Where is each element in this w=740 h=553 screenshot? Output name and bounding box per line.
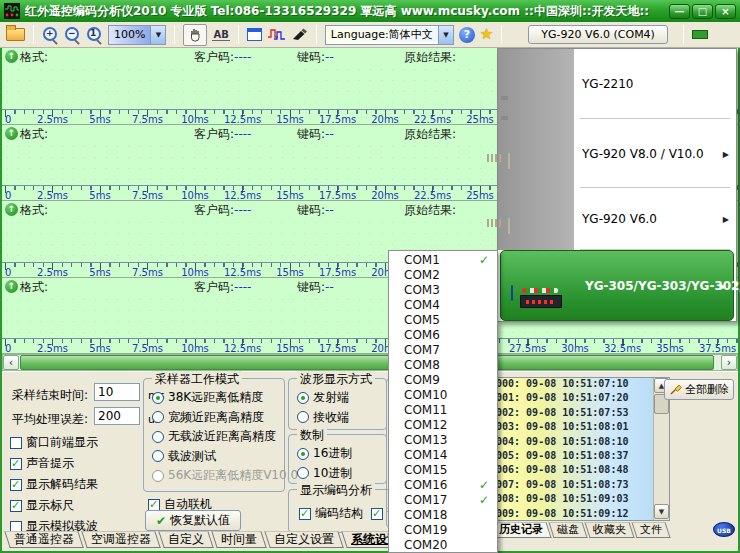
display-option-checkbox[interactable]: 显示标尺 bbox=[10, 499, 98, 512]
tick-label: 7.5ms bbox=[132, 190, 163, 201]
bottom-tab-自定义设置[interactable]: 自定义设置 bbox=[264, 531, 344, 548]
history-tab-收藏夹[interactable]: 收藏夹 bbox=[584, 522, 634, 538]
work-mode-radio[interactable]: 载波测试 bbox=[152, 450, 298, 463]
customer-code-label: 客户码: bbox=[194, 203, 234, 217]
help-icon[interactable]: ? bbox=[459, 27, 475, 43]
open-file-icon[interactable] bbox=[6, 28, 25, 41]
com-port-item[interactable]: COM13 bbox=[389, 433, 497, 448]
history-entry[interactable]: 005: 09-08 10:51:08:37 bbox=[493, 450, 653, 464]
com-port-item[interactable]: COM15 bbox=[389, 463, 497, 478]
com-port-item[interactable]: COM12 bbox=[389, 418, 497, 433]
window-title: 红外遥控编码分析仪2010 专业版 Tel:086-13316529329 覃远… bbox=[25, 3, 664, 20]
history-entry[interactable]: 006: 09-08 10:51:08:48 bbox=[493, 464, 653, 478]
com-port-item[interactable]: COM19 bbox=[389, 523, 497, 538]
language-select[interactable]: Language:简体中文 ▼ bbox=[325, 25, 454, 45]
device-menu-item-label: YG-920 V6.0 bbox=[582, 212, 657, 226]
history-entry[interactable]: 000: 09-08 10:51:07:10 bbox=[493, 378, 653, 392]
history-entry[interactable]: 002: 09-08 10:51:07:53 bbox=[493, 407, 653, 421]
close-button[interactable]: × bbox=[715, 4, 736, 19]
bottom-tab-空调遥控器[interactable]: 空调遥控器 bbox=[81, 531, 161, 548]
com-port-item[interactable]: COM3 bbox=[389, 283, 497, 298]
history-tab-磁盘[interactable]: 磁盘 bbox=[548, 522, 587, 538]
wave-display-radio[interactable]: 接收端 bbox=[297, 411, 349, 424]
zoom-level-select[interactable]: 100% ▼ bbox=[108, 25, 166, 45]
scroll-down-icon[interactable]: ▼ bbox=[654, 504, 669, 519]
chevron-down-icon[interactable]: ▼ bbox=[150, 26, 165, 44]
delete-all-button[interactable]: 全部删除 bbox=[664, 379, 734, 400]
device-image bbox=[511, 285, 513, 301]
com-port-item[interactable]: COM4 bbox=[389, 298, 497, 313]
display-option-checkbox[interactable]: 窗口前端显示 bbox=[10, 436, 98, 449]
zoom-in-icon[interactable]: + bbox=[42, 26, 59, 43]
com-port-item[interactable]: COM10 bbox=[389, 388, 497, 403]
com-port-item[interactable]: COM14 bbox=[389, 448, 497, 463]
numeral-radio[interactable]: 10进制 bbox=[297, 467, 352, 480]
history-entry[interactable]: 007: 09-08 10:51:08:73 bbox=[493, 479, 653, 493]
com-port-item[interactable]: COM18 bbox=[389, 508, 497, 523]
key-code-label: 键码: bbox=[297, 127, 325, 141]
com-port-item[interactable]: COM9 bbox=[389, 373, 497, 388]
horizontal-scrollbar[interactable]: ‹ › bbox=[2, 354, 738, 371]
com-port-item[interactable]: COM2 bbox=[389, 268, 497, 283]
measure-ab-icon[interactable]: AB bbox=[212, 29, 229, 41]
com-port-item[interactable]: COM17✓ bbox=[389, 493, 497, 508]
device-selector-button[interactable]: YG-920 V6.0 (COM4) bbox=[528, 25, 668, 44]
wave-display-radio[interactable]: 发射端 bbox=[297, 391, 349, 404]
device-menu-item[interactable]: YG-305/YG-303/YG-302/YG-301▶ bbox=[500, 250, 734, 321]
minimize-button[interactable]: — bbox=[669, 4, 690, 19]
com-port-label: COM2 bbox=[404, 268, 440, 282]
com-port-label: COM14 bbox=[404, 448, 447, 462]
radio-icon bbox=[152, 392, 164, 404]
scrollbar-thumb[interactable] bbox=[20, 355, 714, 370]
com-port-item[interactable]: COM6 bbox=[389, 328, 497, 343]
new-window-icon[interactable] bbox=[247, 28, 262, 41]
device-menu-item[interactable]: YG-920 V8.0 / V10.0▶ bbox=[498, 119, 736, 188]
pen-marker-icon[interactable] bbox=[291, 26, 308, 44]
key-code-value: -- bbox=[325, 127, 334, 141]
zoom-reset-icon[interactable]: 1 bbox=[86, 26, 103, 43]
bottom-tab-自定义[interactable]: 自定义 bbox=[158, 531, 214, 548]
device-menu-item[interactable]: YG-2210 bbox=[498, 49, 736, 119]
work-mode-radio[interactable]: 宽频近距离高精度 bbox=[152, 411, 298, 424]
submenu-arrow-icon: ▶ bbox=[720, 281, 726, 290]
favorites-star-icon[interactable]: ★ bbox=[480, 27, 493, 42]
history-tab-文件[interactable]: 文件 bbox=[631, 522, 670, 538]
display-option-checkbox[interactable]: 显示解码结果 bbox=[10, 478, 98, 491]
bottom-tab-普通遥控器[interactable]: 普通遥控器 bbox=[4, 531, 84, 548]
com-port-item[interactable]: COM11 bbox=[389, 403, 497, 418]
com-port-label: COM18 bbox=[404, 508, 447, 522]
history-entry[interactable]: 001: 09-08 10:51:07:20 bbox=[493, 392, 653, 406]
scroll-right-icon[interactable]: › bbox=[721, 355, 737, 370]
sample-end-time-input[interactable] bbox=[94, 383, 140, 401]
zoom-out-icon[interactable]: − bbox=[64, 26, 81, 43]
com-port-item[interactable]: COM5 bbox=[389, 313, 497, 328]
hand-tool-icon[interactable] bbox=[183, 24, 207, 46]
analysis-checkbox[interactable]: 编码结构 bbox=[299, 507, 363, 520]
bottom-tab-时间量[interactable]: 时间量 bbox=[211, 531, 267, 548]
restore-defaults-button[interactable]: ✔ 恢复默认值 bbox=[145, 510, 241, 531]
scroll-left-icon[interactable]: ‹ bbox=[3, 355, 19, 370]
history-entry[interactable]: 004: 09-08 10:51:08:10 bbox=[493, 436, 653, 450]
com-port-item[interactable]: COM7 bbox=[389, 343, 497, 358]
history-entry[interactable]: 009: 09-08 10:51:09:12 bbox=[493, 508, 653, 520]
display-option-checkbox[interactable]: 声音提示 bbox=[10, 457, 98, 470]
com-port-item[interactable]: COM16✓ bbox=[389, 478, 497, 493]
avg-error-input[interactable] bbox=[94, 407, 140, 425]
work-mode-radio[interactable]: 无载波近距离高精度 bbox=[152, 430, 298, 443]
com-port-item[interactable]: COM20 bbox=[389, 538, 497, 553]
history-entry[interactable]: 008: 09-08 10:51:09:03 bbox=[493, 493, 653, 507]
work-mode-radio[interactable]: 38K远距离低精度 bbox=[152, 391, 298, 404]
history-tab-历史记录[interactable]: 历史记录 bbox=[490, 522, 551, 538]
com-port-item[interactable]: COM8 bbox=[389, 358, 497, 373]
waveform-compare-icon[interactable] bbox=[267, 27, 286, 43]
tick-label: 12.5ms bbox=[224, 343, 261, 354]
maximize-button[interactable]: □ bbox=[692, 4, 713, 19]
com-port-item[interactable]: COM1✓ bbox=[389, 253, 497, 268]
history-entry[interactable]: 003: 09-08 10:51:08:01 bbox=[493, 421, 653, 435]
chevron-down-icon[interactable]: ▼ bbox=[438, 26, 453, 44]
device-menu-item-label: YG-920 V8.0 / V10.0 bbox=[582, 147, 704, 161]
device-menu-item[interactable]: YG-920 V6.0▶ bbox=[498, 188, 736, 250]
tick-label: 7.5ms bbox=[132, 267, 163, 278]
numeral-radio[interactable]: 16进制 bbox=[297, 447, 352, 460]
tick-label: 5ms bbox=[89, 190, 110, 201]
